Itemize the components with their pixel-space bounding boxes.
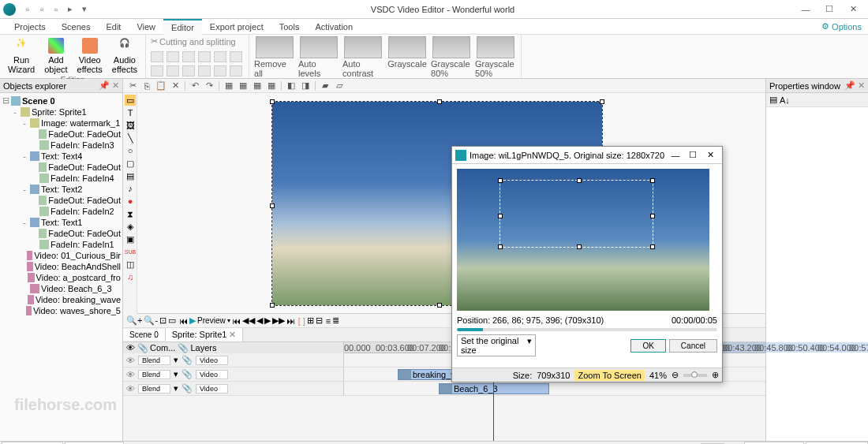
align-icon[interactable]: ▦ xyxy=(223,80,235,91)
text-icon[interactable]: T xyxy=(125,107,136,118)
sort-az-icon[interactable]: A↓ xyxy=(780,95,790,105)
eye-icon[interactable]: 👁 xyxy=(126,356,135,365)
tree-node[interactable]: FadeOut: FadeOut xyxy=(2,195,121,206)
rewind-icon[interactable]: ⏮ xyxy=(179,316,188,326)
zoom-out-icon[interactable]: 🔍- xyxy=(144,315,158,326)
tool-btn[interactable] xyxy=(166,65,179,76)
resize-handle[interactable] xyxy=(437,303,442,308)
crop-handle[interactable] xyxy=(498,214,503,218)
line-icon[interactable]: ╲ xyxy=(125,132,136,144)
eye-icon[interactable]: 👁 xyxy=(126,384,135,394)
col-lock-icon[interactable]: 📎 xyxy=(137,343,148,353)
tree-node[interactable]: FadeOut: FadeOut xyxy=(2,129,121,140)
add-object-button[interactable]: Add object xyxy=(41,36,70,76)
cancel-button[interactable]: Cancel xyxy=(669,339,717,353)
crop-rectangle[interactable] xyxy=(499,180,653,248)
tree-node[interactable]: Video: 01_Curious_Bir xyxy=(2,250,121,261)
options-button[interactable]: ⚙Options xyxy=(821,21,862,32)
clip-beach[interactable]: Beach_6_3 xyxy=(439,383,549,394)
video-icon[interactable]: ● xyxy=(125,196,136,207)
style-grayscale-80[interactable]: Grayscale 80% xyxy=(431,36,472,78)
tree-node[interactable]: FadeIn: FadeIn1 xyxy=(2,239,121,250)
qat-open-icon[interactable]: ▫ xyxy=(36,4,47,15)
track-icon[interactable]: ≡ xyxy=(326,316,331,326)
blend-dropdown[interactable]: Blend xyxy=(138,384,170,394)
tab-tools[interactable]: Tools xyxy=(271,20,308,34)
counter-icon[interactable]: ⧗ xyxy=(125,208,136,219)
tab-sprite1[interactable]: Sprite: Sprite1 ✕ xyxy=(166,328,243,341)
zoom-to-screen-button[interactable]: Zoom To Screen xyxy=(574,370,645,381)
tool-btn[interactable] xyxy=(214,65,226,76)
tree-node[interactable]: Video: breaking_wave xyxy=(2,294,121,305)
tree-node[interactable]: FadeIn: FadeIn2 xyxy=(2,206,121,217)
run-wizard-button[interactable]: ✨Run Wizard xyxy=(5,36,38,76)
sort-cat-icon[interactable]: ▤ xyxy=(769,95,777,105)
marker-icon[interactable]: ⊟ xyxy=(316,315,323,326)
style-auto-contrast[interactable]: Auto contrast xyxy=(342,36,383,78)
pin-icon[interactable]: 📌 ✕ xyxy=(99,80,119,91)
shape-icon[interactable]: ▢ xyxy=(125,158,136,169)
crop-handle[interactable] xyxy=(650,214,655,218)
first-frame-icon[interactable]: ⏮ xyxy=(232,316,241,326)
tool-btn[interactable] xyxy=(151,51,163,62)
chevron-down-icon[interactable]: ▾ xyxy=(174,383,178,394)
tree-node[interactable]: -Text: Text2 xyxy=(2,184,121,195)
crop-handle[interactable] xyxy=(577,178,582,183)
image-icon[interactable]: 🖼 xyxy=(125,120,136,131)
qat-preview-icon[interactable]: ▸ xyxy=(65,4,76,15)
tool-btn[interactable] xyxy=(198,51,211,62)
chart-icon[interactable]: ▤ xyxy=(125,170,136,181)
tab-export[interactable]: Export project xyxy=(202,20,271,34)
chevron-down-icon[interactable]: ▾ xyxy=(174,355,178,365)
anim-icon[interactable]: ▣ xyxy=(125,233,136,244)
tree-node[interactable]: -Image: watermark_1 xyxy=(2,118,121,129)
zoom-in-icon[interactable]: ⊕ xyxy=(712,370,719,380)
resize-handle[interactable] xyxy=(270,99,275,104)
step-fwd-icon[interactable]: ▶ xyxy=(264,315,271,326)
resize-handle[interactable] xyxy=(437,99,442,104)
tool-btn[interactable] xyxy=(166,51,179,62)
video-effects-button[interactable]: Video effects xyxy=(74,36,106,76)
tree-node[interactable]: Video: a_postcard_fro xyxy=(2,272,121,283)
tool-btn[interactable] xyxy=(182,65,195,76)
tree-node[interactable]: -Sprite: Sprite1 xyxy=(2,106,121,118)
close-tab-icon[interactable]: ✕ xyxy=(229,330,236,339)
blend-dropdown[interactable]: Blend xyxy=(138,356,170,365)
crop-handle[interactable] xyxy=(650,244,655,249)
delete-icon[interactable]: ✕ xyxy=(169,80,181,91)
dialog-close-button[interactable]: ✕ xyxy=(702,150,719,160)
size-mode-dropdown[interactable]: Set the original size▾ xyxy=(457,334,536,356)
tree-node[interactable]: -Text: Text4 xyxy=(2,151,121,162)
resize-handle[interactable] xyxy=(270,303,275,308)
tree-node[interactable]: FadeOut: FadeOut xyxy=(2,228,121,239)
sprite-icon[interactable]: ◈ xyxy=(125,221,136,232)
qat-new-icon[interactable]: ▫ xyxy=(22,4,33,15)
color-icon[interactable]: ▱ xyxy=(333,80,346,91)
qat-save-icon[interactable]: ▫ xyxy=(51,4,62,15)
tree-node[interactable]: Video: BeachAndShell xyxy=(2,261,121,272)
tree-root[interactable]: ⊟Scene 0 xyxy=(2,95,121,106)
resize-handle[interactable] xyxy=(270,203,275,208)
undo-icon[interactable]: ↶ xyxy=(189,80,201,91)
blend-dropdown[interactable]: Blend xyxy=(138,370,170,379)
tab-activation[interactable]: Activation xyxy=(307,20,361,34)
tool-btn[interactable] xyxy=(151,65,163,76)
music-icon[interactable]: ♫ xyxy=(125,271,136,282)
tab-view[interactable]: View xyxy=(129,20,163,34)
zoom-out-icon[interactable]: ⊖ xyxy=(672,370,679,380)
crop-handle[interactable] xyxy=(498,178,503,183)
play-icon[interactable]: ▶ xyxy=(189,315,196,326)
order-icon[interactable]: ◧ xyxy=(285,80,297,91)
next-frame-icon[interactable]: ▶▶ xyxy=(272,315,285,326)
zoom-fit-icon[interactable]: ⊡ xyxy=(159,315,166,326)
crop-icon[interactable]: ◫ xyxy=(125,259,136,270)
tree-node[interactable]: FadeIn: FadeIn3 xyxy=(2,140,121,151)
maximize-button[interactable]: ☐ xyxy=(817,4,841,14)
resize-handle[interactable] xyxy=(600,99,604,104)
status-tab-resources[interactable]: Resources ... xyxy=(806,442,868,445)
eye-icon[interactable]: 👁 xyxy=(126,370,135,379)
paste-icon[interactable]: 📋 xyxy=(155,80,167,91)
crop-handle[interactable] xyxy=(498,244,503,249)
tool-btn[interactable] xyxy=(230,51,242,62)
step-back-icon[interactable]: ◀ xyxy=(256,315,263,326)
